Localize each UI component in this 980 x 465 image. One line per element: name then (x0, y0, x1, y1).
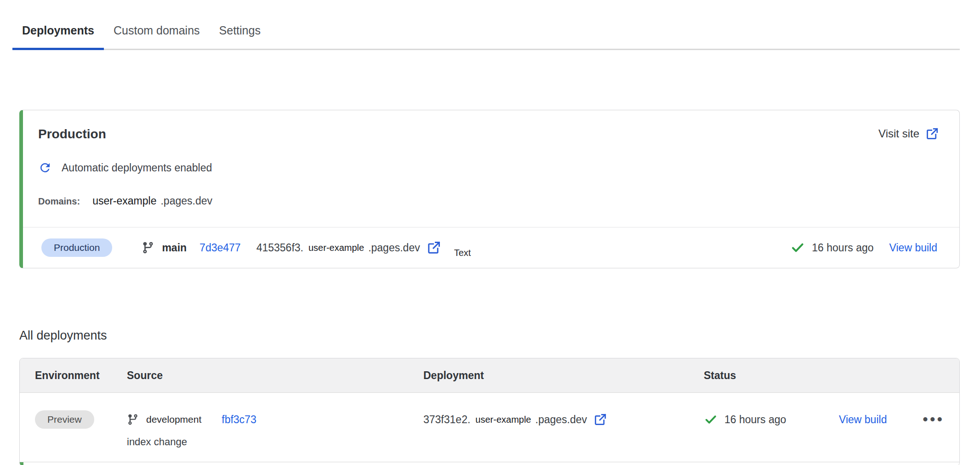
success-check-icon (790, 240, 805, 255)
column-header-deployment: Deployment (423, 369, 704, 382)
next-row-partial (20, 462, 959, 465)
column-header-source: Source (127, 369, 423, 382)
tab-custom-domains[interactable]: Custom domains (104, 12, 210, 50)
table-row: Preview development fbf3c73 index change… (20, 393, 959, 462)
git-branch-icon (142, 241, 154, 254)
deployment-url-name: user-example (308, 243, 364, 253)
branch-name: development (146, 414, 201, 425)
table-header-row: Environment Source Deployment Status (20, 358, 959, 393)
environment-badge: Production (41, 238, 112, 257)
production-card: Production Visit site Automatic deploym (19, 110, 960, 268)
open-deployment-link[interactable] (593, 413, 607, 426)
column-header-environment: Environment (35, 369, 127, 382)
commit-hash-link[interactable]: 7d3e477 (199, 242, 241, 254)
domain-suffix: .pages.dev (160, 195, 212, 207)
tab-bar: Deployments Custom domains Settings (12, 0, 960, 50)
production-card-title: Production (38, 127, 106, 142)
deployment-url-name: user-example (475, 414, 531, 425)
environment-badge: Preview (35, 410, 94, 429)
deployments-table: Environment Source Deployment Status Pre… (19, 358, 960, 465)
deployment-time: 16 hours ago (812, 242, 873, 254)
open-deployment-link[interactable] (427, 240, 441, 255)
deployment-url: 415356f3. user-example .pages.dev (256, 240, 441, 255)
tab-settings[interactable]: Settings (210, 12, 270, 50)
deployment-url-suffix: .pages.dev (368, 242, 420, 254)
refresh-icon (38, 161, 52, 175)
visit-site-link[interactable]: Visit site (878, 127, 939, 141)
visit-site-label: Visit site (878, 127, 919, 140)
all-deployments-heading: All deployments (19, 328, 980, 343)
domain-name: user-example (92, 195, 156, 207)
branch-name: main (162, 242, 187, 254)
deployment-url-suffix: .pages.dev (536, 414, 587, 426)
commit-hash-link[interactable]: fbf3c73 (222, 414, 256, 426)
deployment-time: 16 hours ago (724, 414, 786, 426)
deployment-url-prefix: 415356f3. (256, 242, 303, 254)
external-link-icon (925, 127, 939, 141)
tab-deployments[interactable]: Deployments (12, 12, 104, 50)
deployment-url: 373f31e2. user-example .pages.dev (423, 409, 704, 430)
more-options-icon[interactable]: ••• (923, 415, 959, 424)
automatic-deployments-text: Automatic deployments enabled (62, 162, 212, 174)
note-label: Text (454, 248, 471, 258)
view-build-link[interactable]: View build (889, 242, 937, 254)
success-check-icon (704, 413, 718, 426)
automatic-deployments-status: Automatic deployments enabled (38, 161, 939, 175)
commit-message: index change (127, 436, 423, 448)
git-branch-icon (127, 414, 139, 425)
view-build-link[interactable]: View build (839, 414, 887, 426)
deployment-url-prefix: 373f31e2. (423, 414, 470, 426)
column-header-status: Status (704, 369, 959, 382)
production-deployment-row: Production main 7d3e477 415356f3. user-e… (23, 227, 959, 268)
domains-row: Domains: user-example .pages.dev (38, 195, 939, 209)
domains-label: Domains: (38, 196, 80, 207)
